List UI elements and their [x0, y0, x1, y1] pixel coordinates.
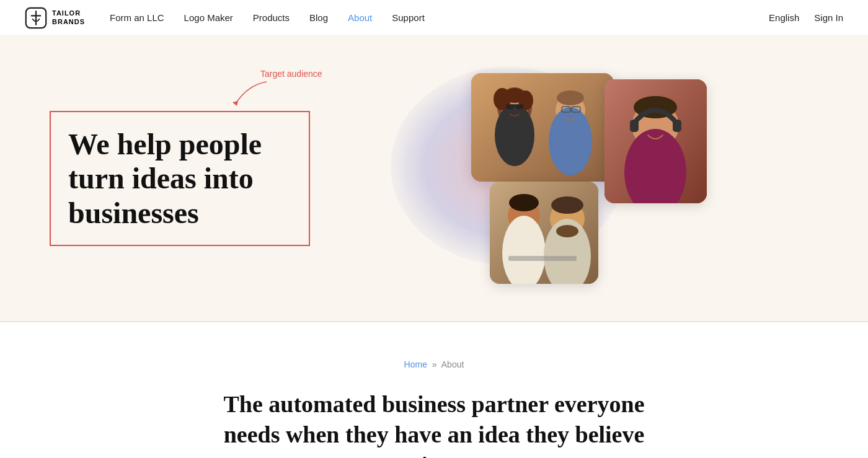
- photo-svg-2: [604, 79, 707, 203]
- photo-card-group: [471, 73, 614, 182]
- svg-marker-1: [232, 101, 238, 106]
- nav-products[interactable]: Products: [253, 12, 290, 23]
- svg-point-33: [551, 196, 583, 214]
- breadcrumb-separator: »: [432, 359, 437, 369]
- nav-form-llc[interactable]: Form an LLC: [110, 12, 164, 23]
- about-title: The automated business partner everyone …: [211, 389, 657, 458]
- photo-svg-3: [490, 182, 598, 284]
- nav-links: Form an LLC Logo Maker Products Blog Abo…: [110, 12, 769, 23]
- logo[interactable]: TAILOR BRANDS: [25, 7, 85, 29]
- nav-right: English Sign In: [769, 12, 843, 23]
- svg-point-6: [495, 104, 534, 166]
- sign-in-button[interactable]: Sign In: [814, 12, 843, 23]
- photo-group: [471, 73, 707, 284]
- breadcrumb-home[interactable]: Home: [404, 359, 427, 369]
- svg-rect-11: [516, 104, 523, 109]
- hero-left: Target audience We help people turn idea…: [50, 111, 360, 246]
- about-section: Home » About The automated business part…: [0, 322, 868, 458]
- nav-blog[interactable]: Blog: [309, 12, 328, 23]
- svg-point-34: [556, 225, 578, 237]
- hero-right: [360, 61, 818, 296]
- hero-section: Target audience We help people turn idea…: [0, 36, 868, 321]
- nav-logo-maker[interactable]: Logo Maker: [184, 12, 233, 23]
- photo-svg-1: [471, 73, 614, 182]
- svg-point-14: [549, 107, 592, 175]
- language-selector[interactable]: English: [769, 12, 799, 23]
- logo-text: TAILOR BRANDS: [52, 9, 85, 25]
- svg-rect-24: [630, 120, 639, 132]
- target-audience-arrow: [223, 79, 273, 110]
- target-audience-annotation: Target audience: [223, 69, 322, 110]
- hero-headline-box: We help people turn ideas into businesse…: [50, 111, 310, 246]
- svg-rect-25: [673, 120, 681, 132]
- nav-about[interactable]: About: [348, 12, 372, 23]
- logo-icon: [25, 7, 47, 29]
- breadcrumb-current: About: [441, 359, 464, 369]
- svg-rect-35: [508, 256, 577, 261]
- navbar: TAILOR BRANDS Form an LLC Logo Maker Pro…: [0, 0, 868, 36]
- svg-rect-3: [471, 73, 614, 182]
- photo-card-working: [490, 182, 598, 284]
- breadcrumb: Home » About: [25, 359, 843, 369]
- hero-headline: We help people turn ideas into businesse…: [68, 127, 291, 230]
- svg-rect-10: [506, 104, 513, 109]
- photo-card-headphones: [604, 79, 707, 203]
- target-audience-label: Target audience: [260, 69, 322, 79]
- svg-point-15: [557, 90, 584, 105]
- svg-point-30: [509, 194, 539, 211]
- nav-support[interactable]: Support: [392, 12, 425, 23]
